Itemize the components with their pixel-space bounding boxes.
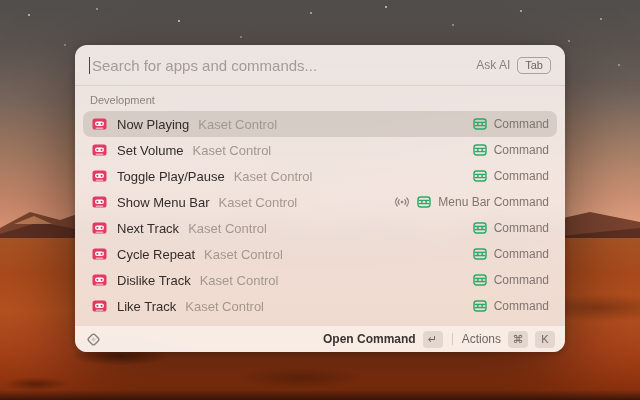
text-caret — [89, 57, 90, 74]
cassette-outline-icon — [472, 142, 488, 158]
tab-key-badge: Tab — [517, 57, 551, 74]
broadcast-icon — [394, 194, 410, 210]
item-type-label: Command — [494, 273, 549, 287]
list-item-set-volume[interactable]: Set Volume Kaset Control Command — [83, 137, 557, 163]
item-title: Toggle Play/Pause — [117, 169, 225, 184]
item-type-label: Menu Bar Command — [438, 195, 549, 209]
item-title: Like Track — [117, 299, 176, 314]
cassette-icon — [91, 116, 107, 132]
footer-bar: Open Command ↵ Actions ⌘ K — [75, 325, 565, 352]
cassette-icon — [91, 168, 107, 184]
cassette-outline-icon — [472, 298, 488, 314]
item-type-label: Command — [494, 247, 549, 261]
section-header-development: Development — [90, 94, 557, 106]
cassette-icon — [91, 194, 107, 210]
list-item-now-playing[interactable]: Now Playing Kaset Control Command — [83, 111, 557, 137]
cassette-icon — [91, 246, 107, 262]
cassette-icon — [91, 220, 107, 236]
item-subtitle: Kaset Control — [193, 143, 272, 158]
item-subtitle: Kaset Control — [234, 169, 313, 184]
cassette-outline-icon — [416, 194, 432, 210]
launcher-window: Ask AI Tab Development Now Playing Kaset… — [75, 45, 565, 352]
open-command-label: Open Command — [323, 332, 416, 346]
cassette-icon — [91, 142, 107, 158]
wallpaper-stars — [0, 0, 2, 2]
item-type-label: Command — [494, 117, 549, 131]
cassette-icon — [91, 272, 107, 288]
item-title: Cycle Repeat — [117, 247, 195, 262]
ask-ai-label: Ask AI — [476, 58, 510, 72]
list-item-show-menu-bar[interactable]: Show Menu Bar Kaset Control Menu Bar Com… — [83, 189, 557, 215]
item-title: Now Playing — [117, 117, 189, 132]
item-title: Show Menu Bar — [117, 195, 210, 210]
item-subtitle: Kaset Control — [200, 273, 279, 288]
item-type-label: Command — [494, 221, 549, 235]
item-title: Set Volume — [117, 143, 184, 158]
open-command-button[interactable]: Open Command ↵ — [323, 331, 443, 348]
actions-label: Actions — [462, 332, 501, 346]
ask-ai-button[interactable]: Ask AI Tab — [476, 57, 551, 74]
list-item-next-track[interactable]: Next Track Kaset Control Command — [83, 215, 557, 241]
cassette-outline-icon — [472, 272, 488, 288]
item-type-label: Command — [494, 169, 549, 183]
list-item-toggle-play-pause[interactable]: Toggle Play/Pause Kaset Control Command — [83, 163, 557, 189]
enter-key-badge: ↵ — [423, 331, 443, 348]
search-input[interactable] — [92, 57, 476, 74]
item-subtitle: Kaset Control — [219, 195, 298, 210]
raycast-logo-icon — [85, 331, 101, 347]
list-item-cycle-repeat[interactable]: Cycle Repeat Kaset Control Command — [83, 241, 557, 267]
cassette-icon — [91, 298, 107, 314]
item-title: Dislike Track — [117, 273, 191, 288]
item-title: Next Track — [117, 221, 179, 236]
list-item-like-track[interactable]: Like Track Kaset Control Command — [83, 293, 557, 319]
cassette-outline-icon — [472, 246, 488, 262]
item-type-label: Command — [494, 143, 549, 157]
footer-divider — [452, 333, 453, 345]
item-type-label: Command — [494, 299, 549, 313]
item-subtitle: Kaset Control — [185, 299, 264, 314]
actions-button[interactable]: Actions ⌘ K — [462, 331, 555, 348]
list-item-dislike-track[interactable]: Dislike Track Kaset Control Command — [83, 267, 557, 293]
cassette-outline-icon — [472, 116, 488, 132]
item-subtitle: Kaset Control — [198, 117, 277, 132]
cassette-outline-icon — [472, 220, 488, 236]
item-subtitle: Kaset Control — [188, 221, 267, 236]
search-bar: Ask AI Tab — [75, 45, 565, 85]
item-subtitle: Kaset Control — [204, 247, 283, 262]
cmd-key-badge: ⌘ — [508, 331, 528, 348]
cassette-outline-icon — [472, 168, 488, 184]
k-key-badge: K — [535, 331, 555, 348]
desktop: Ask AI Tab Development Now Playing Kaset… — [0, 0, 640, 400]
results-list: Development Now Playing Kaset Control Co… — [75, 86, 565, 325]
